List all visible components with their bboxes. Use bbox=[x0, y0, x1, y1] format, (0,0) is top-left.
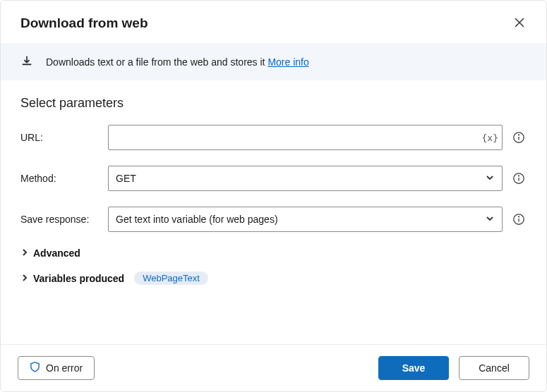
close-button[interactable] bbox=[510, 13, 529, 33]
dialog-body: Select parameters URL: {x} Method: GET bbox=[1, 80, 546, 344]
svg-point-2 bbox=[519, 135, 519, 135]
row-save-response: Save response: Get text into variable (f… bbox=[20, 207, 527, 232]
banner-text: Downloads text or a file from the web an… bbox=[46, 56, 309, 68]
label-method: Method: bbox=[20, 173, 100, 184]
more-info-link[interactable]: More info bbox=[268, 56, 308, 68]
save-button[interactable]: Save bbox=[378, 356, 449, 380]
dialog: Download from web Downloads text or a fi… bbox=[0, 0, 547, 392]
row-method: Method: GET bbox=[20, 166, 527, 191]
label-save-response: Save response: bbox=[20, 214, 100, 225]
close-icon bbox=[515, 18, 524, 30]
expander-variables-produced[interactable]: Variables produced WebPageText bbox=[20, 271, 527, 285]
svg-point-5 bbox=[519, 176, 519, 176]
info-icon-url[interactable] bbox=[511, 130, 527, 145]
cancel-button[interactable]: Cancel bbox=[459, 356, 529, 380]
method-select[interactable]: GET bbox=[108, 166, 503, 191]
shield-icon bbox=[30, 362, 40, 374]
footer-right: Save Cancel bbox=[378, 356, 529, 380]
save-response-select[interactable]: Get text into variable (for web pages) bbox=[108, 207, 503, 232]
row-url: URL: {x} bbox=[20, 125, 527, 150]
label-url: URL: bbox=[20, 132, 100, 143]
section-heading: Select parameters bbox=[20, 96, 527, 111]
banner-description: Downloads text or a file from the web an… bbox=[46, 56, 265, 68]
info-icon-save-response[interactable] bbox=[511, 212, 527, 227]
variable-chip[interactable]: WebPageText bbox=[134, 271, 208, 285]
chevron-right-icon bbox=[20, 247, 29, 259]
expander-variables-label: Variables produced bbox=[33, 273, 124, 284]
chevron-down-icon bbox=[485, 214, 495, 226]
info-icon-method[interactable] bbox=[511, 171, 527, 186]
save-response-select-value: Get text into variable (for web pages) bbox=[116, 214, 278, 225]
chevron-down-icon bbox=[485, 173, 495, 185]
info-banner: Downloads text or a file from the web an… bbox=[1, 43, 546, 80]
chevron-right-icon bbox=[20, 273, 29, 284]
dialog-title: Download from web bbox=[20, 16, 148, 31]
insert-variable-button[interactable]: {x} bbox=[482, 133, 498, 143]
method-select-value: GET bbox=[116, 173, 136, 184]
titlebar: Download from web bbox=[1, 1, 546, 43]
download-icon bbox=[20, 54, 33, 69]
expander-advanced-label: Advanced bbox=[33, 247, 80, 259]
dialog-footer: On error Save Cancel bbox=[1, 344, 546, 391]
expander-advanced[interactable]: Advanced bbox=[20, 247, 527, 259]
svg-point-8 bbox=[519, 216, 519, 217]
on-error-label: On error bbox=[46, 362, 83, 374]
url-input[interactable] bbox=[108, 125, 503, 150]
on-error-button[interactable]: On error bbox=[18, 356, 95, 380]
